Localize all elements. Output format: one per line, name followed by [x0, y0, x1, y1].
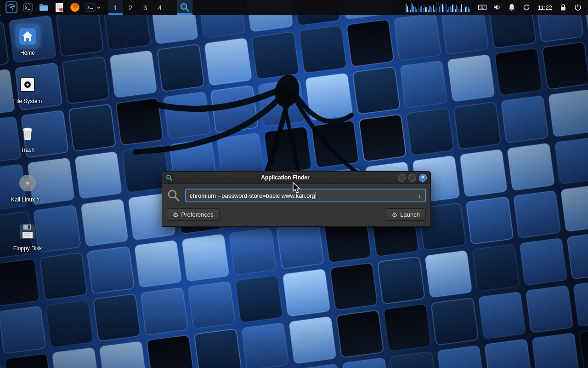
workspace-3[interactable]: 3	[138, 0, 153, 15]
lock-screen-button[interactable]	[556, 0, 571, 15]
desktop-icon-file-system[interactable]: File System	[6, 74, 50, 104]
workspace-1[interactable]: 1	[108, 0, 123, 15]
text-editor-icon	[54, 2, 65, 13]
file-manager-launcher[interactable]	[36, 0, 51, 15]
gear-icon: ⚙	[173, 212, 179, 218]
applications-menu-button[interactable]	[3, 0, 20, 15]
chevron-down-icon	[96, 2, 101, 12]
notifications-button[interactable]	[504, 0, 519, 15]
maximize-button[interactable]	[408, 174, 416, 182]
desktop-icon-label: File System	[13, 98, 42, 104]
update-circle-icon	[522, 3, 531, 12]
lock-icon	[559, 3, 568, 12]
top-panel: 1 2 3 4	[0, 0, 588, 15]
bell-icon	[507, 3, 516, 12]
updates-button[interactable]	[519, 0, 534, 15]
desktop-icon-trash[interactable]: Trash	[6, 122, 50, 153]
window-title: Application Finder	[175, 174, 395, 181]
workspace-switcher: 1 2 3 4	[108, 0, 167, 15]
volume-button[interactable]	[490, 0, 504, 15]
clock[interactable]: 11:22	[537, 4, 552, 11]
workspace-2[interactable]: 2	[123, 0, 138, 15]
speaker-icon	[492, 3, 502, 12]
network-graph[interactable]	[438, 2, 470, 13]
text-editor-launcher[interactable]	[51, 0, 67, 15]
desktop-icon-kali-disc[interactable]: Kali Linux a...	[6, 172, 50, 203]
preferences-button-label: Preferences	[181, 211, 214, 218]
panel-right: 11:22	[405, 0, 585, 15]
trash-icon	[17, 122, 39, 144]
power-icon	[573, 3, 582, 12]
window-icon	[166, 174, 173, 181]
desktop-icon-label: Trash	[21, 147, 34, 153]
close-button[interactable]: ✕	[419, 174, 427, 182]
finder-body: chromium --password-store=basic www.kali…	[162, 184, 430, 226]
panel-separator	[172, 3, 172, 12]
desktop-icon-home[interactable]: Home	[6, 25, 50, 56]
system-monitor-widget	[405, 2, 470, 13]
floppy-icon	[17, 221, 39, 243]
launch-button-label: Launch	[400, 211, 420, 218]
panel-left: 1 2 3 4	[3, 0, 192, 15]
preferences-button[interactable]: ⚙ Preferences	[167, 208, 220, 221]
terminal-dropdown-launcher[interactable]	[83, 0, 104, 15]
terminal-icon	[23, 2, 34, 13]
firefox-launcher[interactable]	[67, 0, 83, 15]
search-input-value: chromium --password-store=basic www.kali…	[190, 192, 315, 199]
disc-icon	[17, 172, 39, 194]
search-input[interactable]: chromium --password-store=basic www.kali…	[185, 189, 426, 202]
text-caret	[316, 192, 316, 199]
desktop-icon-label: Kali Linux a...	[11, 196, 44, 203]
keyboard-layout-button[interactable]	[475, 0, 490, 15]
logout-button[interactable]	[571, 0, 585, 15]
terminal-icon	[85, 2, 96, 12]
search-icon	[167, 189, 181, 202]
launch-icon: ⚙	[392, 212, 398, 218]
kali-logo-icon	[6, 1, 17, 13]
terminal-launcher[interactable]	[20, 0, 36, 15]
titlebar[interactable]: Application Finder ✕	[162, 172, 430, 184]
app-finder-launcher[interactable]	[177, 0, 192, 15]
workspace-4[interactable]: 4	[153, 0, 167, 15]
minimize-button[interactable]	[398, 174, 406, 182]
folder-icon	[38, 2, 49, 13]
cpu-graph[interactable]	[405, 2, 437, 13]
application-finder-window: Application Finder ✕ chromium --password…	[162, 171, 431, 227]
entry-dropdown-arrow-icon[interactable]: ↓	[415, 192, 422, 199]
desktop-icon-label: Home	[20, 50, 35, 56]
firefox-icon	[69, 2, 80, 13]
desktop-icon-label: Floppy Disk	[13, 245, 42, 252]
drive-icon	[17, 74, 39, 96]
desktop: 1 2 3 4	[0, 0, 588, 368]
magnifier-icon	[180, 2, 190, 12]
home-icon	[17, 25, 39, 47]
keyboard-icon	[478, 3, 487, 12]
desktop-icon-floppy[interactable]: Floppy Disk	[6, 221, 50, 252]
launch-button[interactable]: ⚙ Launch	[386, 208, 426, 221]
